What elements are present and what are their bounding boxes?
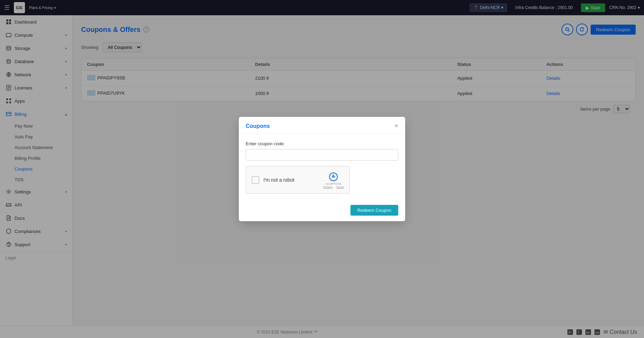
modal-body: Enter coupon code: I'm not a robot reCAP… xyxy=(239,134,405,201)
coupon-input-label: Enter coupon code: xyxy=(246,141,398,146)
recaptcha-brand: reCAPTCHA xyxy=(326,182,341,185)
coupon-code-input[interactable] xyxy=(246,149,398,161)
modal-overlay: Coupons × Enter coupon code: I'm not a r… xyxy=(0,0,644,338)
recaptcha-privacy-link[interactable]: Privacy xyxy=(323,185,332,189)
recaptcha-links: Privacy - Terms xyxy=(323,185,344,189)
modal-redeem-button[interactable]: Redeem Coupon xyxy=(350,205,398,216)
recaptcha-logo: reCAPTCHA Privacy - Terms xyxy=(323,171,344,189)
modal-close-button[interactable]: × xyxy=(394,122,398,130)
recaptcha-terms-link[interactable]: Terms xyxy=(336,185,344,189)
recaptcha-icon xyxy=(328,171,339,182)
modal-header: Coupons × xyxy=(239,117,405,134)
modal-footer: Redeem Coupon xyxy=(239,201,405,221)
recaptcha-label: I'm not a robot xyxy=(263,177,319,183)
coupons-modal: Coupons × Enter coupon code: I'm not a r… xyxy=(239,117,405,221)
recaptcha-widget: I'm not a robot reCAPTCHA Privacy - Term… xyxy=(246,166,350,194)
recaptcha-checkbox[interactable] xyxy=(252,176,259,184)
modal-title: Coupons xyxy=(246,123,270,129)
